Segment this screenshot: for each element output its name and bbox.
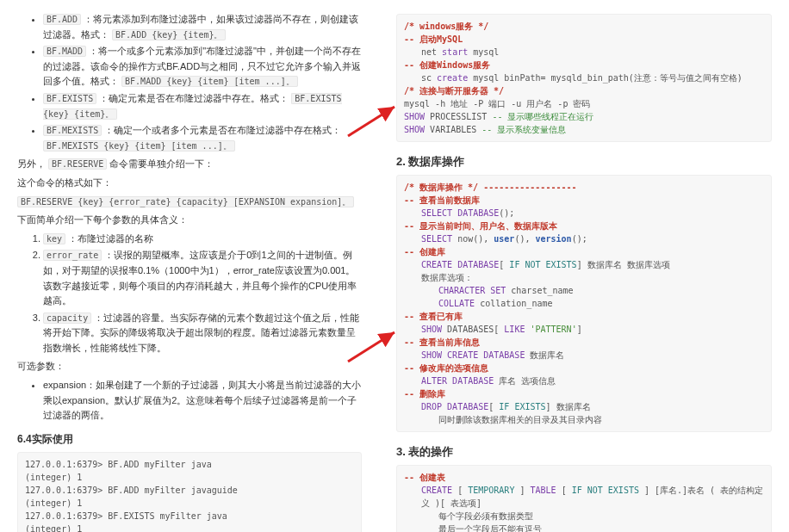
bf-mexists-item: BF.MEXISTS ：确定一个或者多个元素是否在布隆过滤器中存在格式： BF.… (43, 123, 362, 153)
t: /* 数据库操作 */ ------------------ (404, 182, 577, 192)
params-list: key ：布隆过滤器的名称 error_rate ：误报的期望概率。这应该是介于… (17, 232, 362, 356)
t: LIKE (504, 325, 525, 334)
t: 'PATTERN' (530, 325, 576, 334)
t: VARIABLES (425, 125, 481, 134)
sql-block-table: -- 创建表 CREATE [ TEMPORARY ] TABLE [ IF N… (396, 465, 772, 532)
t: DATABASES[ (442, 325, 504, 334)
t: mysql (468, 47, 499, 57)
bf-cmd-code: BF.ADD (43, 14, 81, 25)
t: ] 数据库名 (546, 402, 591, 411)
t: -- (404, 221, 419, 231)
t: start (442, 47, 468, 57)
console-output: 127.0.0.1:6379> BF.ADD myFilter java (in… (17, 452, 362, 532)
t: -- (404, 473, 419, 482)
param-capacity: capacity ：过滤器的容量。当实际存储的元素个数超过这个值之后，性能将开始… (43, 311, 362, 356)
t: DROP DATABASE (421, 402, 488, 411)
bf-exists-item: BF.EXISTS ：确定元素是否在布隆过滤器中存在。格式： BF.EXISTS… (43, 91, 362, 121)
sql-block-windows: /* windows服务 */ -- 启动MySQL net start mys… (396, 14, 772, 142)
t: create (437, 73, 468, 83)
t: 创建Windows服务 (419, 60, 490, 70)
t: 创建表 (419, 473, 445, 482)
t: 每个字段必须有数据类型 (438, 511, 533, 521)
t: net (421, 47, 442, 57)
param-name: key (43, 233, 65, 244)
t: 数据库名 (525, 350, 564, 360)
t: user (494, 234, 514, 244)
t: 删除库 (419, 389, 445, 399)
t: ] (577, 325, 582, 334)
t: 查看当前数据库 (419, 195, 480, 205)
text: 命令需要单独介绍一下： (109, 158, 214, 169)
t: (); (572, 234, 587, 244)
t: SHOW (404, 125, 425, 134)
t: 启动MySQL (419, 34, 463, 44)
bf-madd-item: BF.MADD ：将一个或多个元素添加到"布隆过滤器"中，并创建一个尚不存在的过… (43, 44, 362, 90)
t: -- (404, 363, 419, 373)
t: 库名 选项信息 (494, 376, 556, 386)
t: ] 数据库名 数据库选项 (577, 260, 670, 269)
bf-cmd-code: BF.EXISTS (43, 93, 96, 104)
bf-cmd-code: BF.MEXISTS (43, 125, 102, 136)
t: mysql -h 地址 -P 端口 -u 用户名 -p 密码 (404, 99, 590, 108)
t: [ (488, 402, 499, 411)
t: SHOW CREATE DATABASE (421, 350, 525, 360)
t: SELECT (421, 234, 452, 244)
param-name: capacity (43, 312, 91, 324)
t: now(), (452, 234, 494, 244)
t: CREATE (421, 486, 452, 495)
t: 显示当前时间、用户名、数据库版本 (419, 221, 557, 231)
t: SELECT DATABASE (421, 208, 499, 218)
t: 查看已有库 (419, 312, 463, 321)
t: CHARACTER SET (438, 286, 506, 295)
t: -- (404, 247, 419, 257)
bf-command-list: BF.ADD ：将元素添加到布隆过滤器中，如果该过滤器尚不存在，则创建该过滤器。… (17, 12, 362, 153)
t: -- (404, 312, 419, 321)
t: [ (457, 486, 463, 495)
t: (); (499, 208, 514, 218)
param-error-rate: error_rate ：误报的期望概率。这应该是介于0到1之间的十进制值。例如，… (43, 248, 362, 308)
t: 最后一个字段后不能有逗号 (438, 524, 542, 532)
t: 修改库的选项信息 (419, 363, 488, 373)
t: 创建库 (419, 247, 445, 257)
t: IF NOT EXISTS (572, 486, 639, 495)
t: SHOW (421, 325, 442, 334)
t: mysql binPath= mysqld_bin_path(注意：等号与值之间… (468, 73, 742, 83)
params-intro: 下面简单介绍一下每个参数的具体含义： (17, 213, 362, 228)
t: IF NOT EXISTS (509, 260, 576, 269)
optional-label: 可选参数： (17, 359, 362, 374)
t: ALTER DATABASE (421, 376, 494, 386)
right-column: /* windows服务 */ -- 启动MySQL net start mys… (396, 9, 772, 532)
t: 同时删除该数据库相关的目录及其目录内容 (438, 415, 602, 424)
t: charset_name (506, 286, 573, 295)
bf-add-item: BF.ADD ：将元素添加到布隆过滤器中，如果该过滤器尚不存在，则创建该过滤器。… (43, 12, 362, 42)
t: -- (404, 60, 419, 70)
t: -- (404, 34, 419, 44)
reserve-format-code: BF.RESERVE {key} {error_rate} {capacity}… (17, 196, 354, 207)
t: PROCESSLIST (425, 112, 492, 121)
t: -- (404, 195, 419, 205)
t: 数据库选项： (421, 273, 473, 282)
optional-expansion: expansion：如果创建了一个新的子过滤器，则其大小将是当前过滤器的大小乘以… (43, 378, 362, 424)
bf-cmd-code: BF.MADD (43, 46, 86, 57)
param-name: error_rate (43, 250, 102, 261)
t: [ (562, 486, 572, 495)
heading-6-4: 6.4实际使用 (17, 432, 362, 447)
text: 另外， (17, 158, 46, 169)
reserve-code: BF.RESERVE (48, 158, 107, 170)
t: SHOW (404, 112, 425, 121)
t: COLLATE (438, 299, 475, 308)
t: [ (499, 260, 509, 269)
t: sc (421, 73, 437, 83)
sql-comment: /* windows服务 */ (404, 22, 488, 31)
bf-cmd-desc: ：确定一个或者多个元素是否在布隆过滤器中存在格式： (104, 125, 341, 135)
sql-comment: /* 连接与断开服务器 */ (404, 86, 504, 96)
left-column: BF.ADD ：将元素添加到布隆过滤器中，如果该过滤器尚不存在，则创建该过滤器。… (17, 9, 362, 532)
sql-block-database: /* 数据库操作 */ ------------------ -- 查看当前数据… (396, 175, 772, 432)
reserve-intro: 另外， BF.RESERVE 命令需要单独介绍一下： (17, 157, 362, 172)
param-key: key ：布隆过滤器的名称 (43, 232, 362, 247)
t: -- 显示哪些线程正在运行 (492, 112, 593, 121)
bf-cmd-desc: ：确定元素是否在布隆过滤器中存在。格式： (99, 93, 289, 103)
t: CREATE DATABASE (421, 260, 499, 269)
t: -- (404, 337, 419, 347)
bf-cmd-tail: BF.ADD {key} {item}。 (112, 29, 226, 40)
